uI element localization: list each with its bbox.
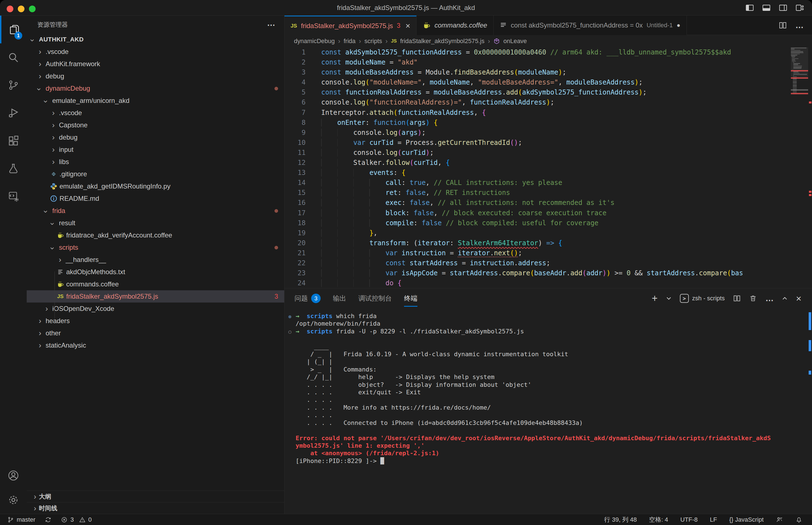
tree-item-result[interactable]: ›result — [27, 217, 284, 229]
split-editor-icon[interactable] — [779, 21, 787, 29]
tab-fridastalker-js[interactable]: JS fridaStalker_akdSymbol2575.js 3 × — [285, 16, 417, 35]
sync-button[interactable] — [45, 516, 51, 523]
vscode-window: fridaStalker_akdSymbol2575.js — AuthKit_… — [0, 0, 812, 525]
chevron-down-icon[interactable] — [666, 296, 672, 301]
breadcrumb-item[interactable]: dynamicDebug — [294, 38, 335, 45]
tree-item-label: headers — [46, 317, 70, 325]
terminal-line: | (_| |​ — [296, 358, 807, 365]
settings-button[interactable] — [0, 488, 27, 512]
encoding-indicator[interactable]: UTF-8 — [680, 516, 697, 523]
tree-item-__handlers__[interactable]: ›__handlers__ — [27, 254, 284, 266]
eol-indicator[interactable]: LF — [710, 516, 717, 523]
status-bar: master 3 0 行 39, 列 48 空格: 4 UTF-8 LF {} … — [0, 514, 812, 525]
activity-cpp-tools[interactable] — [0, 182, 27, 210]
activity-search[interactable] — [0, 43, 27, 71]
breadcrumb-item[interactable]: scripts — [364, 38, 382, 45]
branch-indicator[interactable]: master — [7, 516, 35, 523]
line-number: 7 — [285, 108, 306, 118]
tree-item-Capstone[interactable]: ›Capstone — [27, 119, 284, 131]
more-actions-icon[interactable]: … — [267, 18, 275, 28]
panel-tab-problems[interactable]: 问题 3 — [295, 288, 321, 309]
tree-item-fridaStalker_akdSymbol2575.js[interactable]: JSfridaStalker_akdSymbol2575.js3 — [27, 290, 284, 302]
activity-source-control[interactable] — [0, 71, 27, 99]
panel-tab-terminal[interactable]: 终端 — [404, 288, 417, 309]
language-indicator[interactable]: {} JavaScript — [729, 516, 764, 523]
toggle-panel-icon[interactable] — [762, 3, 771, 13]
breadcrumb-item[interactable]: fridaStalker_akdSymbol2575.js — [400, 38, 484, 45]
line-number: 24 — [285, 278, 306, 288]
more-actions-icon[interactable]: … — [765, 294, 773, 303]
code-line: 5const functionRealAddress = moduleBaseA… — [285, 87, 812, 97]
terminal-line: [iPhone::PID::8229 ]-> █​ — [296, 457, 807, 465]
code-line: 13 events: { — [285, 168, 812, 178]
panel-tab-debug-console[interactable]: 调试控制台 — [359, 288, 392, 309]
tab-untitled-1[interactable]: const akdSymbol2575_functionAddress = 0x… — [494, 16, 687, 35]
split-terminal-icon[interactable] — [733, 295, 741, 302]
command-decoration-icon[interactable]: ● — [288, 313, 291, 320]
tree-item-other[interactable]: ›other — [27, 327, 284, 339]
tree-item-label: .gitignore — [60, 170, 87, 178]
tree-item-staticAnalysic[interactable]: ›staticAnalysic — [27, 339, 284, 351]
new-terminal-icon[interactable]: + — [652, 292, 658, 304]
kill-terminal-icon[interactable] — [749, 295, 757, 302]
breadcrumb-item[interactable]: onLeave — [503, 38, 527, 45]
tree-item-emulate_akd_getIDMSRoutingInfo.py[interactable]: emulate_akd_getIDMSRoutingInfo.py — [27, 180, 284, 192]
maximize-panel-icon[interactable] — [782, 296, 787, 301]
feedback-icon[interactable] — [776, 516, 783, 523]
tree-item-dynamicDebug[interactable]: ›dynamicDebug — [27, 82, 284, 94]
tree-item-iOSOpenDev_Xcode[interactable]: ›iOSOpenDev_Xcode — [27, 302, 284, 315]
tree-item-scripts[interactable]: ›scripts — [27, 241, 284, 254]
customize-layout-icon[interactable] — [795, 3, 805, 13]
bell-icon[interactable] — [795, 516, 802, 523]
tree-item-commands.coffee[interactable]: commands.coffee — [27, 278, 284, 290]
toggle-sidebar-icon[interactable] — [745, 3, 755, 13]
close-panel-icon[interactable]: × — [796, 293, 801, 304]
tree-item-frida[interactable]: ›frida — [27, 205, 284, 217]
modified-dot-icon — [274, 87, 278, 90]
tree-item-.gitignore[interactable]: .gitignore — [27, 168, 284, 180]
activity-explorer[interactable]: 1 — [0, 16, 27, 43]
tree-item-input[interactable]: ›input — [27, 144, 284, 156]
tree-item-label: akdObjcMethods.txt — [66, 268, 125, 276]
editor[interactable]: 1const akdSymbol2575_functionAddress = 0… — [285, 47, 812, 288]
toggle-secondary-sidebar-icon[interactable] — [778, 3, 788, 13]
minimap[interactable] — [791, 47, 808, 288]
tree-item-.vscode[interactable]: ›.vscode — [27, 107, 284, 119]
indentation-indicator[interactable]: 空格: 4 — [649, 515, 668, 524]
terminal[interactable]: ●→ scripts which frida​/opt/homebrew/bin… — [296, 312, 807, 514]
tree-item-.vscode[interactable]: ›.vscode — [27, 46, 284, 58]
panel-header: 问题 3 输出 调试控制台 终端 + > — [285, 288, 812, 309]
problems-badge: 3 — [274, 293, 278, 300]
activity-run-debug[interactable] — [0, 99, 27, 127]
tree-item-akdObjcMethods.txt[interactable]: akdObjcMethods.txt — [27, 266, 284, 278]
tree-item-debug[interactable]: ›debug — [27, 70, 284, 82]
tree-item-AuthKit.framework[interactable]: ›AuthKit.framework — [27, 58, 284, 70]
close-icon[interactable]: × — [405, 21, 410, 31]
tree-item-headers[interactable]: ›headers — [27, 315, 284, 327]
chevron-right-icon: › — [36, 48, 44, 56]
more-actions-icon[interactable]: … — [795, 20, 804, 30]
command-decoration-icon[interactable]: ○ — [288, 328, 291, 335]
tree-item-fridatrace_akd_verifyAccount.coffee[interactable]: fridatrace_akd_verifyAccount.coffee — [27, 229, 284, 241]
tab-commands-coffee[interactable]: commands.coffee — [417, 16, 493, 35]
panel-tab-output[interactable]: 输出 — [333, 288, 346, 309]
tree-item-label: dynamicDebug — [46, 85, 90, 92]
tree-item-libs[interactable]: ›libs — [27, 156, 284, 168]
tree-item-label: README.md — [60, 195, 99, 202]
tree-item-AUTHKIT_AKD[interactable]: ›AUTHKIT_AKD — [27, 33, 284, 46]
terminal-line: > _ | Commands:​ — [296, 366, 807, 373]
chevron-right-icon: › — [56, 256, 64, 264]
breadcrumb-item[interactable]: frida — [344, 38, 356, 45]
activity-extensions[interactable] — [0, 127, 27, 155]
tree-item-README.md[interactable]: README.md — [27, 192, 284, 205]
accounts-button[interactable] — [0, 463, 27, 488]
tree-item-emulate_arm-unicorn_akd[interactable]: ›emulate_arm/unicorn_akd — [27, 94, 284, 107]
terminal-instance-selector[interactable]: > zsh - scripts — [680, 294, 725, 303]
cursor-position[interactable]: 行 39, 列 48 — [604, 515, 637, 524]
activity-testing[interactable] — [0, 155, 27, 182]
timeline-section-header[interactable]: › 时间线 — [27, 502, 284, 514]
outline-section-header[interactable]: › 大纲 — [27, 491, 284, 502]
problems-indicator[interactable]: 3 0 — [61, 516, 92, 523]
beaker-icon — [7, 162, 19, 175]
tree-item-debug[interactable]: ›debug — [27, 131, 284, 144]
